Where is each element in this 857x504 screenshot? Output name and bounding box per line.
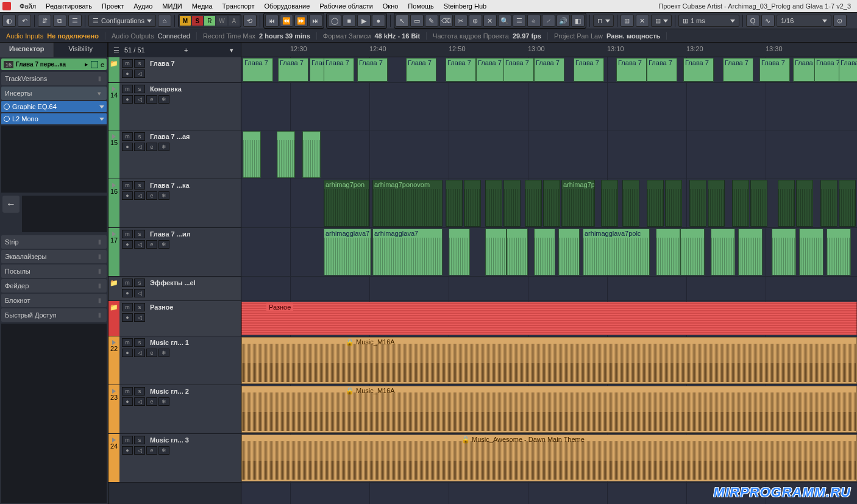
inspector-trackversions[interactable]: TrackVersions⦀ [1, 72, 107, 85]
constrain-button[interactable]: ⇵ [38, 15, 51, 27]
audio-clip[interactable] [738, 229, 763, 275]
audio-clip[interactable] [778, 180, 795, 227]
audio-clip[interactable] [601, 180, 618, 227]
record-enable-button[interactable]: ● [122, 143, 133, 151]
event-lane[interactable] [241, 130, 857, 179]
quantize-button[interactable]: Q [746, 15, 759, 27]
track-body[interactable]: msГлава 7 ...ка●◁e❄ [119, 179, 241, 227]
track-solo-button[interactable]: s [134, 338, 145, 347]
audio-clip[interactable] [503, 180, 521, 227]
write-automation-button[interactable]: W [216, 16, 227, 26]
expand-icon[interactable] [112, 340, 116, 345]
read-automation-button[interactable]: R [204, 16, 215, 26]
quantize-preset-dropdown[interactable]: 1/16 [777, 15, 831, 27]
grid-value-dropdown[interactable]: ⊞ 1 ms [678, 15, 739, 27]
track-row[interactable]: 📁msРазное●◁ [108, 301, 241, 336]
inspector-eq[interactable]: Эквалайзеры⦀ [1, 250, 107, 263]
back-button[interactable]: ← [2, 196, 20, 213]
timeline-ruler[interactable]: 12:3012:4012:5013:0013:1013:2013:30 [241, 43, 857, 57]
global-solo-button[interactable]: S [192, 16, 203, 26]
forward-button[interactable]: ⏩ [294, 15, 308, 27]
history-button[interactable]: ↶ [18, 15, 31, 27]
timewarp-tool-button[interactable]: ⟐ [527, 15, 541, 27]
menu-transport[interactable]: Транспорт [218, 2, 260, 10]
play-button[interactable]: ▶ [357, 15, 371, 27]
monitor-button[interactable]: ◁ [134, 95, 145, 104]
erase-tool-button[interactable]: ⌫ [439, 15, 453, 27]
snap-button[interactable]: ⊞ [621, 15, 634, 27]
audio-clip[interactable]: Глава 7 [243, 58, 273, 82]
audio-clip[interactable] [799, 229, 823, 275]
grid-type-dropdown[interactable]: ⊞ [651, 15, 672, 27]
range-tool-button[interactable]: ▭ [410, 15, 424, 27]
play-tool-button[interactable]: 🔊 [557, 15, 570, 27]
track-body[interactable]: msГлава 7 ...ая●◁e❄ [119, 130, 241, 179]
record-enable-button[interactable]: ● [122, 397, 133, 406]
mute-tool-button[interactable]: ✕ [483, 15, 497, 27]
audio-clip[interactable] [820, 180, 837, 227]
track-stripe[interactable]: 15 [108, 130, 119, 179]
color-swatch-icon[interactable] [91, 61, 98, 68]
audio-clip[interactable] [647, 180, 664, 227]
track-mute-button[interactable]: m [122, 279, 133, 287]
audio-clip[interactable] [839, 180, 856, 227]
track-mute-button[interactable]: m [122, 132, 133, 141]
inspector-quick[interactable]: Быстрый Доступ⦀ [1, 308, 107, 322]
audio-clip[interactable] [507, 229, 528, 275]
expand-icon[interactable] [112, 134, 116, 139]
audio-clip[interactable] [622, 180, 639, 227]
monitor-button[interactable]: ◁ [134, 313, 145, 322]
audio-clip[interactable] [750, 180, 767, 227]
monitor-button[interactable]: ◁ [134, 69, 145, 78]
insert-empty-area[interactable] [1, 126, 107, 193]
quantize-panel-button[interactable]: ⊙ [833, 15, 847, 27]
track-mute-button[interactable]: m [122, 59, 133, 68]
track-row[interactable]: 24msMusic гл... 3●◁e❄ [108, 434, 241, 483]
freeze-button[interactable]: ❄ [158, 240, 169, 249]
record-enable-button[interactable]: ● [122, 95, 133, 104]
record-enable-button[interactable]: ● [122, 240, 133, 249]
audio-clip[interactable]: arhimag7ponovom [372, 180, 443, 227]
track-stripe[interactable]: 22 [108, 336, 119, 385]
inspector-fader[interactable]: Фейдер⦀ [1, 279, 107, 293]
track-solo-button[interactable]: s [134, 181, 145, 190]
audio-clip[interactable]: 🔒 Music_M16A [241, 386, 857, 433]
audio-clip[interactable] [708, 180, 725, 227]
insert-slot-2[interactable]: L2 Mono [1, 113, 107, 124]
inspector-track-header[interactable]: 16 Глава 7 пере...ка ▸ e [1, 59, 107, 70]
audio-clip[interactable]: Глава 7 [324, 58, 354, 82]
edit-channel-button[interactable]: e [146, 446, 157, 455]
edit-channel-button[interactable]: e [146, 349, 157, 357]
track-body[interactable]: msMusic гл... 1●◁e❄ [119, 336, 241, 385]
menu-help[interactable]: Помощь [403, 2, 439, 10]
freeze-button[interactable]: ❄ [158, 446, 169, 455]
track-stripe[interactable]: 📁 [108, 301, 119, 336]
inspector-strip[interactable]: Strip⦀ [1, 235, 107, 249]
track-stripe[interactable]: 📁 [108, 57, 119, 82]
audio-clip[interactable]: Глава 7 [574, 58, 604, 82]
inspector-sends[interactable]: Посылы⦀ [1, 264, 107, 278]
audio-clip[interactable]: arhimag7pon [324, 180, 369, 227]
track-mute-button[interactable]: m [122, 303, 133, 311]
menu-workspaces[interactable]: Рабочие области [315, 2, 377, 10]
line-tool-button[interactable]: ⟋ [542, 15, 555, 27]
track-body[interactable]: msРазное●◁ [119, 301, 241, 336]
monitor-button[interactable]: ◁ [134, 397, 145, 406]
track-mute-button[interactable]: m [122, 436, 133, 444]
audio-clip[interactable]: 🔒 Music_M16A [241, 337, 857, 384]
audio-clip[interactable]: Глава 7 [683, 58, 714, 82]
audio-clip[interactable]: arhimagglava7polc [583, 229, 650, 275]
draw-tool-button[interactable]: ✎ [425, 15, 438, 27]
audio-clip[interactable]: arhimagglava7 [324, 229, 371, 275]
automation-suspend-button[interactable]: A [229, 16, 240, 26]
edit-icon[interactable]: e [101, 61, 104, 68]
audio-clip[interactable] [558, 229, 580, 275]
track-solo-button[interactable]: s [134, 132, 145, 141]
record-enable-button[interactable]: ● [122, 313, 133, 322]
menu-file[interactable]: Файл [15, 2, 41, 10]
track-mute-button[interactable]: m [122, 338, 133, 347]
configurations-dropdown[interactable]: ☰Configurations [88, 15, 156, 27]
track-mute-button[interactable]: m [122, 230, 133, 238]
audio-clip[interactable] [689, 180, 706, 227]
freeze-button[interactable]: ❄ [158, 95, 169, 104]
